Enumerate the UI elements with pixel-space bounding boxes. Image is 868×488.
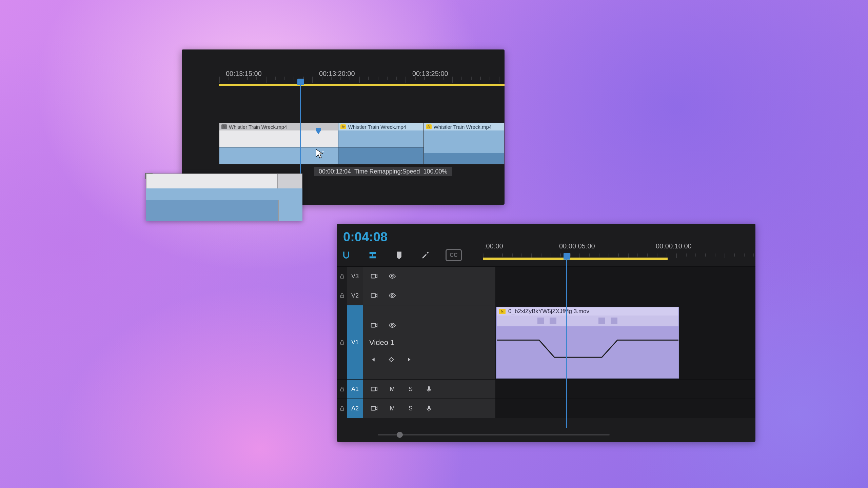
track-lock-toggle[interactable]	[337, 399, 347, 418]
add-marker-button[interactable]	[393, 249, 406, 262]
track-output-toggle[interactable]	[369, 291, 379, 300]
ruler-label: 00:00:10:00	[656, 242, 692, 250]
svg-rect-14	[371, 407, 376, 410]
svg-rect-2	[371, 274, 376, 278]
playhead[interactable]	[566, 258, 567, 428]
track-target[interactable]: V2	[347, 286, 363, 305]
timeline-settings-button[interactable]	[419, 249, 432, 262]
track-visibility-toggle[interactable]	[388, 271, 397, 281]
track-output-toggle[interactable]	[369, 404, 379, 413]
playhead-handle[interactable]	[564, 253, 570, 260]
track-output-toggle[interactable]	[369, 271, 379, 281]
time-ruler[interactable]: :00:00 00:00:05:00 00:00:10:00	[483, 242, 755, 253]
track-target[interactable]: V1	[347, 305, 363, 379]
playhead-handle[interactable]	[297, 79, 304, 85]
fx-badge-icon: fx	[426, 124, 432, 129]
clip-label: Whistler Train Wreck.mp4	[434, 124, 492, 130]
svg-rect-7	[341, 342, 344, 344]
speed-graph-area[interactable]	[497, 326, 678, 378]
svg-rect-8	[371, 324, 376, 327]
track-solo-toggle[interactable]: S	[406, 384, 415, 394]
next-keyframe-button[interactable]	[405, 355, 413, 364]
track-solo-toggle[interactable]: S	[406, 404, 415, 413]
clip-3[interactable]: fxWhistler Train Wreck.mp4	[424, 123, 505, 164]
track-lock-toggle[interactable]	[337, 286, 347, 305]
track-v1: V1 Video 1 fx0_b2xlZyBkYW5jZXJfMg 3.mov	[337, 305, 755, 379]
track-visibility-toggle[interactable]	[388, 321, 397, 330]
tooltip-time: 00:00:12:04	[319, 168, 351, 175]
clip-audio-area[interactable]	[338, 147, 423, 164]
track-v2: V2	[337, 286, 755, 305]
keyframe-marker[interactable]	[537, 318, 544, 324]
fragment-video-row[interactable]	[146, 174, 302, 189]
ruler-ticks	[219, 77, 505, 84]
ruler-label: 00:00:05:00	[559, 242, 595, 250]
track-mute-toggle[interactable]: M	[388, 404, 397, 413]
work-area-bar[interactable]	[483, 258, 668, 260]
clip-2[interactable]: fxWhistler Train Wreck.mp4	[338, 123, 423, 164]
tooltip-label: Time Remapping:Speed	[354, 168, 420, 175]
clip-label: Whistler Train Wreck.mp4	[229, 124, 287, 130]
clip-thumbnail[interactable]	[424, 130, 504, 153]
clip-video-area[interactable]	[338, 130, 423, 147]
track-mute-toggle[interactable]: M	[388, 384, 397, 394]
svg-rect-12	[428, 386, 430, 390]
zoom-thumb[interactable]	[397, 432, 403, 438]
track-visibility-toggle[interactable]	[388, 291, 397, 300]
svg-rect-1	[341, 276, 344, 278]
add-keyframe-button[interactable]	[387, 355, 396, 364]
track-list: V3 V2 V1 Video 1	[337, 266, 755, 428]
voiceover-record-button[interactable]	[424, 384, 434, 394]
clip-video-area[interactable]	[219, 130, 338, 147]
track-target[interactable]: A2	[347, 399, 363, 418]
cursor-icon: +	[315, 148, 324, 159]
work-area-bar[interactable]	[219, 84, 505, 86]
svg-rect-5	[371, 294, 376, 298]
track-lane[interactable]	[495, 286, 755, 305]
clip-label: 0_b2xlZyBkYW5jZXJfMg 3.mov	[508, 308, 589, 315]
track-lane[interactable]	[495, 267, 755, 286]
track-lock-toggle[interactable]	[337, 380, 347, 399]
keyframe-marker[interactable]	[550, 318, 556, 324]
linked-selection-toggle[interactable]	[366, 249, 379, 262]
track-output-toggle[interactable]	[369, 384, 379, 394]
track-lock-toggle[interactable]	[337, 267, 347, 286]
svg-rect-10	[341, 389, 344, 391]
snap-toggle[interactable]	[340, 249, 353, 262]
clip-row: fxWhistler Train Wreck.mp4 fxWhistler Tr…	[219, 123, 505, 164]
clip-audio-area[interactable]	[424, 153, 504, 164]
track-lock-toggle[interactable]	[337, 305, 347, 379]
zoom-slider[interactable]	[378, 431, 610, 439]
track-target[interactable]: V3	[347, 267, 363, 286]
clip-label: Whistler Train Wreck.mp4	[348, 124, 406, 130]
keyframe-marker[interactable]	[611, 318, 617, 324]
track-lane[interactable]	[495, 380, 755, 399]
fragment-audio-row[interactable]	[146, 200, 302, 221]
track-a1: A1 M S	[337, 379, 755, 399]
fragment-mid-row[interactable]	[146, 188, 302, 200]
clip[interactable]: fx0_b2xlZyBkYW5jZXJfMg 3.mov	[496, 307, 679, 379]
svg-rect-13	[341, 408, 344, 410]
current-timecode[interactable]: 0:04:08	[343, 230, 388, 244]
keyframe-strip[interactable]	[497, 316, 678, 326]
clip-info-tooltip: 00:00:12:04 Time Remapping:Speed 100.00%	[314, 167, 452, 176]
voiceover-record-button[interactable]	[424, 404, 434, 413]
prev-keyframe-button[interactable]	[369, 355, 378, 364]
tooltip-value: 100.00%	[423, 168, 448, 175]
svg-point-9	[391, 324, 393, 326]
svg-rect-15	[428, 406, 430, 409]
clip-fragment-inset: fx	[146, 174, 302, 221]
captions-toggle[interactable]: CC	[446, 249, 462, 261]
svg-point-3	[391, 275, 393, 277]
svg-rect-4	[341, 295, 344, 298]
fx-badge-icon: fx	[221, 124, 227, 129]
track-name-label: Video 1	[369, 338, 394, 347]
track-output-toggle[interactable]	[369, 321, 379, 330]
track-lane[interactable]	[495, 399, 755, 418]
keyframe-marker[interactable]	[598, 318, 605, 324]
track-target[interactable]: A1	[347, 380, 363, 399]
ruler-label: :00:00	[484, 242, 503, 250]
timeline-panel-bottom: 0:04:08 CC :00:00 00:00:05:00 00:00:10:0…	[337, 224, 755, 442]
track-lane[interactable]: fx0_b2xlZyBkYW5jZXJfMg 3.mov	[495, 305, 755, 379]
svg-text:+: +	[322, 149, 324, 154]
